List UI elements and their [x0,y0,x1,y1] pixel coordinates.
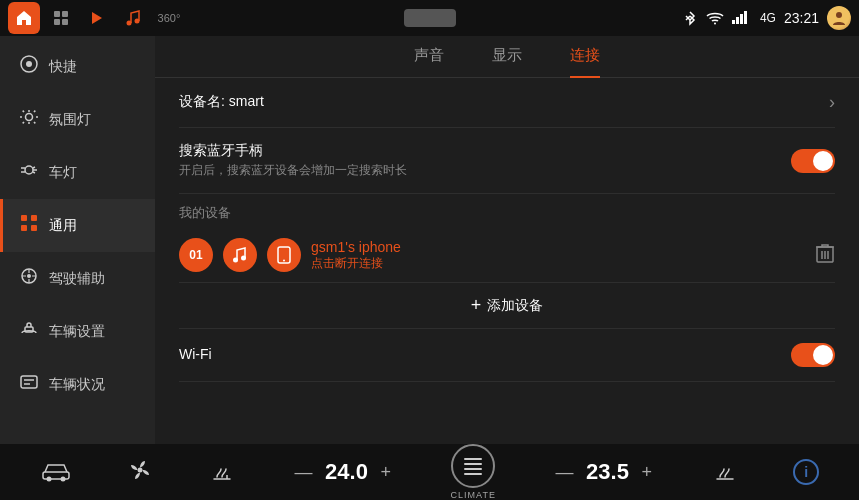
360-nav-icon[interactable]: 360° [154,3,184,33]
music-nav-icon[interactable] [118,3,148,33]
svg-marker-4 [92,12,102,24]
add-device-plus-icon: + [471,295,482,316]
svg-rect-9 [736,17,739,24]
left-temp-minus[interactable]: — [291,460,317,485]
svg-rect-24 [21,376,37,388]
sidebar-item-vehiclestatus[interactable]: 车辆状况 [0,358,155,411]
wifi-title: Wi-Fi [179,346,212,362]
svg-rect-19 [21,225,27,231]
signal-bars [732,10,752,27]
status-bar: 360° 4G 23:21 [0,0,859,36]
device-status-text: 点击断开连接 [311,255,805,272]
climate-center[interactable]: CLIMATE [451,444,496,500]
sidebar: 快捷 氛围灯 车灯 [0,36,155,444]
sidebar-label-carlights: 车灯 [49,164,77,182]
left-temp-control: — 24.0 + [291,459,396,485]
svg-rect-2 [54,19,60,25]
right-temp-plus[interactable]: + [638,460,657,485]
lte-signal-icon [732,10,752,24]
arrow-nav-icon[interactable] [82,3,112,33]
content-panel: 设备名: smart › 搜索蓝牙手柄 开启后，搜索蓝牙设备会增加一定搜索时长 … [155,78,859,444]
sidebar-item-carlights[interactable]: 车灯 [0,146,155,199]
bluetooth-search-row: 搜索蓝牙手柄 开启后，搜索蓝牙设备会增加一定搜索时长 [179,128,835,194]
device-name-row[interactable]: 设备名: smart › [179,78,835,128]
sidebar-item-vehiclesettings[interactable]: 车辆设置 [0,305,155,358]
home-icon[interactable] [8,2,40,34]
right-temp-minus[interactable]: — [552,460,578,485]
seat-heat-right-icon[interactable] [712,457,738,488]
bottom-bar: — 24.0 + CLIMATE — 23.5 + i [0,444,859,500]
svg-rect-1 [62,11,68,17]
tab-display[interactable]: 显示 [492,46,522,71]
sidebar-item-general[interactable]: 通用 [0,199,155,252]
delete-device-icon[interactable] [815,242,835,269]
driverassist-icon [19,266,39,291]
wifi-toggle[interactable] [791,343,835,367]
seat-heat-left-icon[interactable] [209,457,235,488]
ambientlight-icon [19,107,39,132]
svg-point-6 [135,19,140,24]
sidebar-label-vehiclesettings: 车辆设置 [49,323,105,341]
svg-point-31 [46,476,51,481]
device-name-title: 设备名: smart [179,93,264,111]
right-temp-control: — 23.5 + [552,459,657,485]
svg-point-28 [283,260,285,262]
clock: 23:21 [784,10,819,26]
vehiclestatus-icon [19,372,39,397]
bluetooth-icon [682,10,698,26]
status-bar-left: 360° [8,2,184,34]
carlights-icon [19,160,39,185]
svg-point-12 [836,12,842,18]
add-device-label: 添加设备 [487,297,543,315]
bluetooth-subtitle: 开启后，搜索蓝牙设备会增加一定搜索时长 [179,162,407,179]
content-area: 声音 显示 连接 设备名: smart › 搜索蓝牙手柄 开启后，搜索蓝牙设备会… [155,36,859,444]
left-temp-plus[interactable]: + [377,460,396,485]
info-label: i [804,464,808,480]
climate-wheel [451,444,495,488]
tabs: 声音 显示 连接 [155,36,859,78]
climate-label: CLIMATE [451,490,496,500]
sidebar-label-driverassist: 驾驶辅助 [49,270,105,288]
sidebar-label-ambientlight: 氛围灯 [49,111,91,129]
device-phone-icon [267,238,301,272]
car-mode-icon[interactable] [40,458,72,487]
sidebar-label-vehiclestatus: 车辆状况 [49,376,105,394]
svg-rect-18 [31,215,37,221]
sidebar-label-general: 通用 [49,217,77,235]
svg-point-26 [241,256,246,261]
device-row: 01 gsm1's iphone [179,228,835,283]
svg-rect-23 [25,327,33,332]
device-music-icon [223,238,257,272]
grid-nav-icon[interactable] [46,3,76,33]
bluetooth-title: 搜索蓝牙手柄 [179,142,407,160]
sidebar-item-ambientlight[interactable]: 氛围灯 [0,93,155,146]
right-temp-value: 23.5 [586,459,630,485]
svg-point-22 [27,274,31,278]
bluetooth-toggle[interactable] [791,149,835,173]
svg-rect-10 [740,14,743,24]
info-icon[interactable]: i [793,459,819,485]
svg-rect-0 [54,11,60,17]
device-name-text: gsm1's iphone [311,239,805,255]
add-device-row[interactable]: + 添加设备 [179,283,835,329]
svg-rect-11 [744,11,747,24]
svg-point-7 [714,23,716,25]
svg-point-32 [60,476,65,481]
sidebar-item-driverassist[interactable]: 驾驶辅助 [0,252,155,305]
svg-rect-20 [31,225,37,231]
svg-point-25 [233,258,238,263]
user-avatar[interactable] [827,6,851,30]
svg-point-14 [26,61,32,67]
left-temp-value: 24.0 [325,459,369,485]
tab-connection[interactable]: 连接 [570,46,600,71]
device-badge-text: 01 [189,248,202,262]
device-badge: 01 [179,238,213,272]
svg-point-15 [26,114,33,121]
sidebar-item-quickaccess[interactable]: 快捷 [0,40,155,93]
status-bar-right: 4G 23:21 [682,6,851,30]
main-layout: 快捷 氛围灯 车灯 [0,36,859,444]
tab-audio[interactable]: 声音 [414,46,444,71]
fan-icon[interactable] [127,457,153,488]
sidebar-label-quickaccess: 快捷 [49,58,77,76]
svg-point-33 [138,467,143,472]
